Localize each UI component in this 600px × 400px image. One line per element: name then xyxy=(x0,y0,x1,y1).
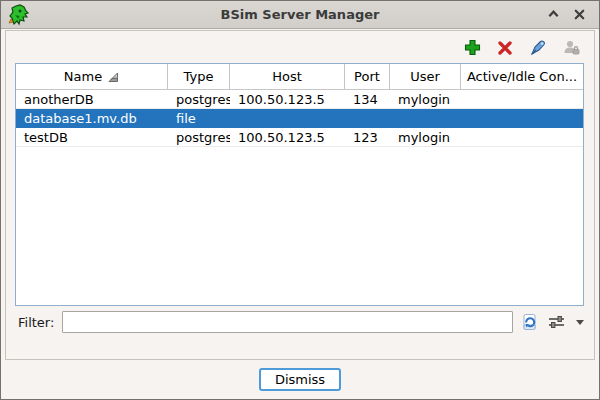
cell-port: 123 xyxy=(345,130,390,145)
ghidra-dragon-icon xyxy=(7,3,31,27)
cell-port: 134 xyxy=(345,92,390,107)
sort-indicator-icon xyxy=(107,71,119,83)
cell-name: anotherDB xyxy=(16,92,168,107)
cell-host: 100.50.123.5 xyxy=(230,92,345,107)
cell-type: file xyxy=(168,111,230,126)
table-row-anotherdb[interactable]: anotherDB postgres 100.50.123.5 134 mylo… xyxy=(16,90,583,109)
cell-user: mylogin xyxy=(390,92,461,107)
column-header-host[interactable]: Host xyxy=(230,64,345,89)
content-panel: Name Type Host Port User Active/Idle Con… xyxy=(5,30,595,360)
cell-name: database1.mv.db xyxy=(16,111,168,126)
window-title: BSim Server Manager xyxy=(1,7,599,22)
dismiss-button[interactable]: Dismiss xyxy=(259,368,341,391)
user-lock-icon xyxy=(563,39,580,56)
column-header-type[interactable]: Type xyxy=(168,64,230,89)
manage-password-button[interactable] xyxy=(562,39,580,57)
cell-host: 100.50.123.5 xyxy=(230,130,345,145)
column-header-name[interactable]: Name xyxy=(16,64,168,89)
shade-window-button[interactable] xyxy=(545,7,561,23)
toolbar xyxy=(6,31,594,62)
cell-type: postgres xyxy=(168,92,230,107)
close-icon xyxy=(573,8,586,21)
cell-type: postgres xyxy=(168,130,230,145)
column-header-user[interactable]: User xyxy=(390,64,461,89)
add-server-button[interactable] xyxy=(463,39,481,57)
cell-user: mylogin xyxy=(390,130,461,145)
connect-server-button[interactable] xyxy=(529,39,547,57)
delete-server-button[interactable] xyxy=(496,39,514,57)
cell-name: testDB xyxy=(16,130,168,145)
bsim-server-manager-window: BSim Server Manager xyxy=(0,0,600,400)
filter-label: Filter: xyxy=(18,315,54,330)
table-header-row: Name Type Host Port User Active/Idle Con… xyxy=(16,64,583,90)
add-plus-icon xyxy=(464,39,481,56)
clear-filter-icon[interactable] xyxy=(521,313,539,331)
filter-options-icon[interactable] xyxy=(548,314,565,330)
chevron-up-icon xyxy=(547,8,560,21)
table-row-database1-selected[interactable]: database1.mv.db file xyxy=(16,109,583,128)
close-window-button[interactable] xyxy=(571,7,587,23)
table-empty-area[interactable] xyxy=(16,147,583,305)
pen-connect-icon xyxy=(530,39,547,56)
button-bar: Dismiss xyxy=(1,360,599,399)
filter-options-dropdown-caret[interactable] xyxy=(576,320,584,325)
delete-x-icon xyxy=(497,40,513,56)
filter-bar: Filter: xyxy=(6,306,594,336)
column-header-port[interactable]: Port xyxy=(345,64,390,89)
filter-input[interactable] xyxy=(62,311,513,333)
column-header-active-idle[interactable]: Active/Idle Con... xyxy=(461,64,583,89)
server-table: Name Type Host Port User Active/Idle Con… xyxy=(15,63,584,306)
titlebar[interactable]: BSim Server Manager xyxy=(1,1,599,29)
table-row-testdb[interactable]: testDB postgres 100.50.123.5 123 mylogin xyxy=(16,128,583,147)
